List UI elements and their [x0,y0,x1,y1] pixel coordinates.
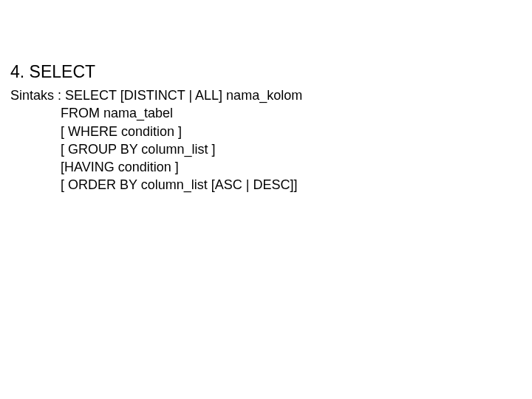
section-title: 4. SELECT [10,62,532,82]
syntax-line-3: [ WHERE condition ] [10,123,532,140]
syntax-line-6: [ ORDER BY column_list [ASC | DESC]] [10,176,532,194]
syntax-block: Sintaks : SELECT [DISTINCT | ALL] nama_k… [10,86,532,194]
syntax-line-1: Sintaks : SELECT [DISTINCT | ALL] nama_k… [10,86,532,104]
syntax-line-4: [ GROUP BY column_list ] [10,140,532,158]
syntax-line-5: [HAVING condition ] [10,158,532,176]
syntax-line-2: FROM nama_tabel [10,104,532,122]
